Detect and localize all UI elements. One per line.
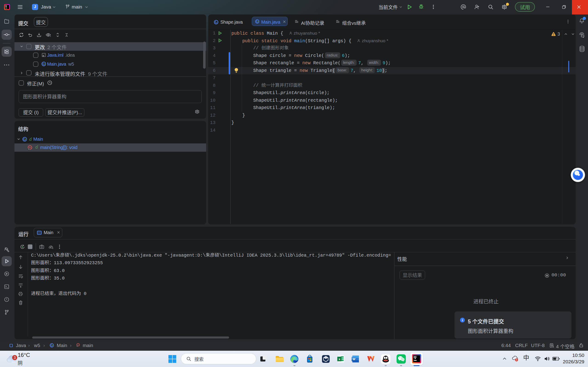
svg-text:m: m [77, 344, 79, 346]
svg-text:W: W [353, 358, 355, 361]
svg-text:3: 3 [14, 356, 16, 360]
svg-text:x: x [338, 357, 340, 361]
